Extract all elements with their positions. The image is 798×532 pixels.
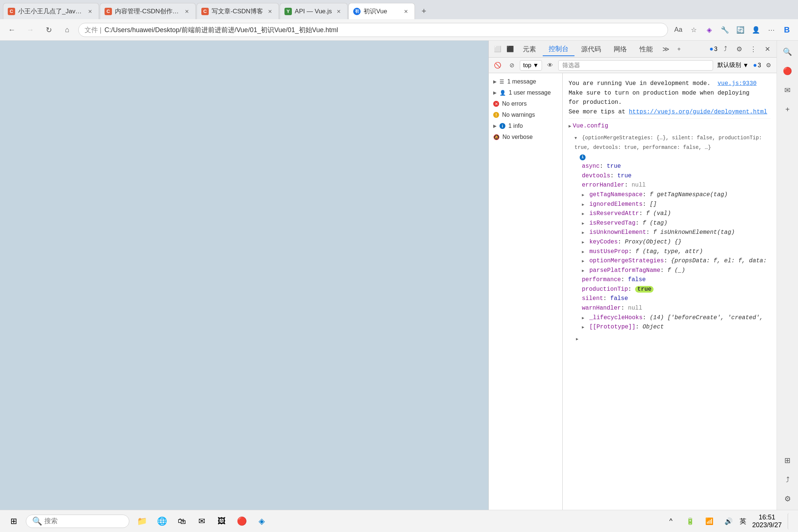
- devtools-more-tabs[interactable]: ≫: [659, 44, 672, 55]
- more-options-icon[interactable]: ⋯: [765, 23, 778, 37]
- tab-5-title: 初识Vue: [364, 7, 399, 16]
- tab-3[interactable]: C 写文章-CSDN博客 ✕: [197, 3, 279, 19]
- tab-1-close[interactable]: ✕: [86, 7, 94, 16]
- tab-5[interactable]: 初 初识Vue ✕: [348, 3, 415, 19]
- extension1-icon[interactable]: 🔧: [718, 23, 732, 37]
- search-input[interactable]: [44, 517, 111, 525]
- right-add-icon[interactable]: +: [780, 101, 796, 117]
- taskbar-store[interactable]: 🛍: [174, 513, 190, 529]
- eye-icon[interactable]: 👁: [544, 59, 556, 71]
- taskbar-time[interactable]: 16:51 2023/9/27: [752, 514, 782, 529]
- forward-button[interactable]: →: [23, 23, 38, 37]
- sidebar-item-user-messages[interactable]: ▶ 👤 1 user message: [489, 87, 562, 98]
- devtools-share-icon[interactable]: ⤴: [719, 43, 732, 55]
- optionMergeStrategies-expand[interactable]: ▶: [582, 259, 584, 263]
- tab-elements[interactable]: 元素: [517, 42, 542, 56]
- sidebar-item-verbose[interactable]: 🔕 No verbose: [489, 132, 562, 143]
- tab-sources[interactable]: 源代码: [575, 42, 607, 56]
- taskbar-app1[interactable]: 🔴: [233, 513, 250, 529]
- tab-1[interactable]: C 小王小王几点了_JavaSc... ✕: [3, 3, 99, 19]
- parsePlatformTagName-expand[interactable]: ▶: [582, 269, 584, 273]
- right-settings-icon[interactable]: ⚙: [780, 491, 796, 507]
- ignoredElements-expand[interactable]: ▶: [582, 202, 584, 207]
- tab-2-close[interactable]: ✕: [183, 7, 191, 16]
- tab-console[interactable]: 控制台: [543, 42, 574, 56]
- mustUseProp-expand[interactable]: ▶: [582, 250, 584, 254]
- collections-icon[interactable]: ◈: [703, 23, 716, 37]
- tray-network[interactable]: 📶: [701, 513, 717, 529]
- getTagNamespace-expand[interactable]: ▶: [582, 193, 584, 197]
- right-search-icon[interactable]: 🔍: [780, 44, 796, 60]
- new-tab-button[interactable]: +: [416, 3, 432, 19]
- vue-config-obj-text: {optionMergeStrategies: {…}, silent: fal…: [574, 135, 762, 150]
- right-red-icon[interactable]: 🔴: [780, 63, 796, 79]
- prop-performance: performance: false: [574, 275, 771, 285]
- tray-volume[interactable]: 🔊: [720, 513, 737, 529]
- tab-4[interactable]: Y API — Vue.js ✕: [280, 3, 348, 19]
- read-mode-icon[interactable]: Aa: [672, 23, 685, 37]
- taskbar-edge[interactable]: 🌐: [154, 513, 170, 529]
- level-dropdown[interactable]: 默认级别 ▼: [715, 61, 751, 70]
- extension2-icon[interactable]: 🔄: [734, 23, 747, 37]
- profile-icon[interactable]: 👤: [749, 23, 763, 37]
- console-filter-icon[interactable]: ⊘: [506, 59, 518, 71]
- lifecycleHooks-expand[interactable]: ▶: [582, 316, 584, 320]
- isReservedTag-expand[interactable]: ▶: [582, 221, 584, 226]
- start-button[interactable]: ⊞: [4, 514, 23, 529]
- favorites-icon[interactable]: ☆: [687, 23, 700, 37]
- filter-input[interactable]: [558, 60, 713, 71]
- address-text: C:/Users/huawei/Desktop/前端前进前进前进/Vue/01_…: [105, 25, 338, 34]
- info-expand-arrow: ▶: [493, 123, 497, 129]
- obj-expand-triangle[interactable]: ▼: [574, 136, 577, 140]
- taskbar-file-explorer[interactable]: 📁: [134, 513, 150, 529]
- devtools-close-icon[interactable]: ✕: [761, 43, 774, 55]
- back-button[interactable]: ←: [4, 23, 19, 37]
- tab-2[interactable]: C 内容管理-CSDN创作中... ✕: [100, 3, 196, 19]
- isReservedAttr-expand[interactable]: ▶: [582, 212, 584, 216]
- closing-brace: ▶: [574, 334, 771, 344]
- sidebar-item-errors[interactable]: ✕ No errors: [489, 98, 562, 109]
- sidebar-item-messages[interactable]: ▶ ☰ 1 message: [489, 76, 562, 87]
- address-input[interactable]: 文件 | C:/Users/huawei/Desktop/前端前进前进前进/Vu…: [78, 23, 668, 37]
- tab-5-close[interactable]: ✕: [402, 7, 410, 16]
- vue-config-label: Vue.config: [573, 122, 608, 131]
- right-grid-icon[interactable]: ⊞: [780, 452, 796, 468]
- tab-4-close[interactable]: ✕: [335, 7, 343, 16]
- right-mail-icon[interactable]: ✉: [780, 82, 796, 98]
- tab-performance[interactable]: 性能: [634, 42, 659, 56]
- bing-icon[interactable]: B: [780, 23, 794, 37]
- devtools-add-tab[interactable]: +: [673, 43, 685, 55]
- taskbar-search[interactable]: 🔍: [26, 515, 129, 528]
- sidebar-item-info[interactable]: ▶ i 1 info: [489, 120, 562, 132]
- tray-chevron[interactable]: ^: [663, 513, 679, 529]
- right-share-icon[interactable]: ⤴: [780, 471, 796, 488]
- context-dropdown[interactable]: top ▼: [520, 60, 542, 71]
- prototype-expand[interactable]: ▶: [582, 325, 584, 330]
- tab-network[interactable]: 网络: [608, 42, 633, 56]
- taskbar-mail[interactable]: ✉: [194, 513, 210, 529]
- devtools-undock-icon[interactable]: ⬛: [504, 43, 516, 55]
- vue-source-link[interactable]: vue.js:9330: [717, 80, 757, 87]
- tab-3-close[interactable]: ✕: [266, 7, 274, 16]
- show-desktop-button[interactable]: [788, 513, 794, 529]
- vue-config-expand[interactable]: ▶ Vue.config: [569, 122, 771, 131]
- console-settings-icon[interactable]: ⚙: [763, 60, 774, 71]
- devtools-more-icon[interactable]: ⋮: [747, 43, 760, 55]
- isUnknownElement-expand[interactable]: ▶: [582, 231, 584, 235]
- devtools-settings-icon[interactable]: ⚙: [733, 43, 746, 55]
- tray-battery[interactable]: 🔋: [682, 513, 698, 529]
- keyCodes-expand[interactable]: ▶: [582, 240, 584, 245]
- vue-config-info-icon: i: [580, 154, 586, 160]
- console-clear-icon[interactable]: 🚫: [492, 59, 504, 71]
- refresh-button[interactable]: ↻: [41, 23, 56, 37]
- home-button[interactable]: ⌂: [60, 23, 75, 37]
- prop-keyCodes: ▶ keyCodes: Proxy(Object) {}: [574, 238, 771, 247]
- deployment-link[interactable]: https://vuejs.org/guide/deployment.html: [629, 109, 767, 115]
- sidebar-item-warnings[interactable]: ! No warnings: [489, 109, 562, 120]
- taskbar-vscode[interactable]: ◈: [253, 513, 270, 529]
- vue-config-collapse-arrow[interactable]: ▶: [569, 123, 571, 130]
- obj-close-arrow[interactable]: ▶: [576, 337, 579, 341]
- prop-isUnknownElement: ▶ isUnknownElement: f isUnknownElement(t…: [574, 228, 771, 238]
- devtools-dock-icon[interactable]: ⬜: [492, 43, 504, 55]
- taskbar-photos[interactable]: 🖼: [214, 513, 230, 529]
